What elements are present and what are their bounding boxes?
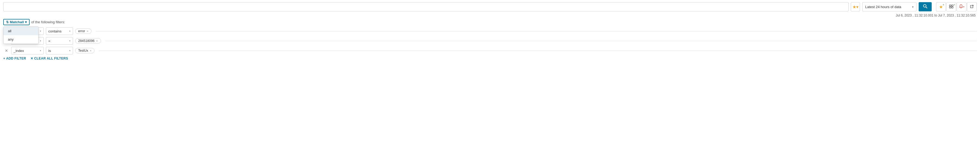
filter-row-1: ✕ tex ... ▾ contains ▾ error × [3, 27, 977, 35]
share-button[interactable] [967, 2, 977, 11]
filter-value-tag-3[interactable]: TestUx × [75, 48, 94, 53]
date-range-row: Jul 6, 2023 , 11:32:10.001 to Jul 7, 202… [3, 14, 977, 17]
field-1-chevron-icon: ▾ [40, 30, 41, 33]
op-3-chevron-icon: ▾ [69, 49, 71, 52]
svg-rect-4 [949, 7, 951, 8]
remove-value-3-icon[interactable]: × [90, 49, 91, 52]
plus-badge: + [943, 3, 944, 6]
filter-value-3-text: TestUx [78, 49, 88, 52]
dashboard-icon [949, 5, 953, 9]
filter-value-1-text: error [78, 29, 85, 33]
filters-header: ⇅ Matchall ▾ of the following filters: a… [3, 19, 977, 25]
alert-button[interactable]: ▾ [957, 2, 966, 11]
filter-value-tag-2[interactable]: 284518096 × [75, 38, 101, 44]
remove-value-2-icon[interactable]: × [96, 39, 98, 42]
dropdown-arrow-icon: ▾ [25, 20, 27, 24]
filter-op-3-label: is [48, 49, 51, 53]
op-1-chevron-icon: ▾ [69, 30, 71, 33]
svg-rect-5 [951, 7, 953, 8]
date-to-label: to [934, 14, 937, 17]
filter-line-1 [96, 31, 977, 31]
filter-row-2: ✕ __v ... ▾ = ▾ 284518096 × [3, 37, 977, 45]
save-search-button[interactable]: ★ + [936, 2, 946, 11]
svg-rect-2 [949, 5, 951, 6]
chevron-down-icon: ▾ [912, 5, 913, 8]
filter-op-2[interactable]: = ▾ [46, 37, 73, 45]
filter-row-3: ✕ _index ▾ is ▾ TestUx × [3, 47, 977, 54]
save-dashboard-button[interactable]: + [947, 2, 956, 11]
dropdown-item-any[interactable]: any [3, 35, 38, 44]
date-to: Jul 7, 2023 , 11:32:10.565 [938, 14, 976, 17]
field-2-chevron-icon: ▾ [40, 39, 41, 42]
dashboard-plus-badge: + [953, 3, 955, 6]
remove-filter-3-button[interactable]: ✕ [4, 48, 9, 53]
clear-filters-button[interactable]: ✕ CLEAR ALL FILTERS [30, 57, 68, 60]
date-from: Jul 6, 2023 , 11:32:10.001 [896, 14, 934, 17]
filter-op-2-label: = [48, 39, 51, 43]
svg-line-1 [926, 7, 928, 8]
search-input-wrapper[interactable] [3, 2, 849, 11]
dropdown-item-all[interactable]: all [3, 27, 38, 35]
filter-value-2-text: 284518096 [78, 39, 94, 43]
filter-header-text: of the following filters: [31, 20, 65, 24]
clear-filters-label: ✕ CLEAR ALL FILTERS [30, 57, 68, 60]
action-buttons: ★ + + [936, 2, 977, 11]
filter-field-3[interactable]: _index ▾ [11, 47, 44, 54]
time-picker-label: Latest 24 hours of data [865, 5, 901, 9]
sort-icon: ⇅ [6, 20, 9, 24]
search-input[interactable] [6, 5, 846, 9]
filter-line-3 [99, 50, 977, 51]
remove-value-1-icon[interactable]: × [87, 30, 88, 33]
search-icon [923, 4, 928, 10]
alert-chevron: ▾ [963, 5, 964, 8]
share-icon [970, 4, 974, 9]
filter-field-3-label: _index [14, 49, 24, 53]
save-star-icon: ★ [939, 4, 943, 9]
filter-op-3[interactable]: is ▾ [46, 47, 73, 54]
search-row: ★ ▾ Latest 24 hours of data ▾ ★ + [3, 2, 977, 11]
op-2-chevron-icon: ▾ [69, 39, 71, 42]
bottom-actions: + ADD FILTER ✕ CLEAR ALL FILTERS [3, 57, 977, 60]
chevron-down-icon: ▾ [856, 4, 858, 9]
filter-op-1[interactable]: contains ▾ [46, 27, 73, 35]
star-icon: ★ [853, 4, 856, 9]
filter-value-tag-1[interactable]: error × [75, 28, 91, 34]
match-label: Matchall [10, 20, 24, 24]
search-button[interactable] [919, 2, 932, 11]
add-filter-button[interactable]: + ADD FILTER [3, 57, 26, 60]
bell-icon [959, 4, 963, 9]
match-dropdown-menu: all any [3, 27, 38, 44]
svg-rect-3 [951, 5, 953, 6]
filter-op-1-label: contains [48, 29, 61, 33]
add-filter-label: + ADD FILTER [3, 57, 26, 60]
main-container: ★ ▾ Latest 24 hours of data ▾ ★ + [0, 0, 980, 63]
field-3-chevron-icon: ▾ [40, 49, 41, 52]
match-all-button[interactable]: ⇅ Matchall ▾ [3, 19, 30, 25]
search-star-button[interactable]: ★ ▾ [851, 2, 860, 11]
time-picker-dropdown[interactable]: Latest 24 hours of data ▾ [862, 2, 916, 11]
